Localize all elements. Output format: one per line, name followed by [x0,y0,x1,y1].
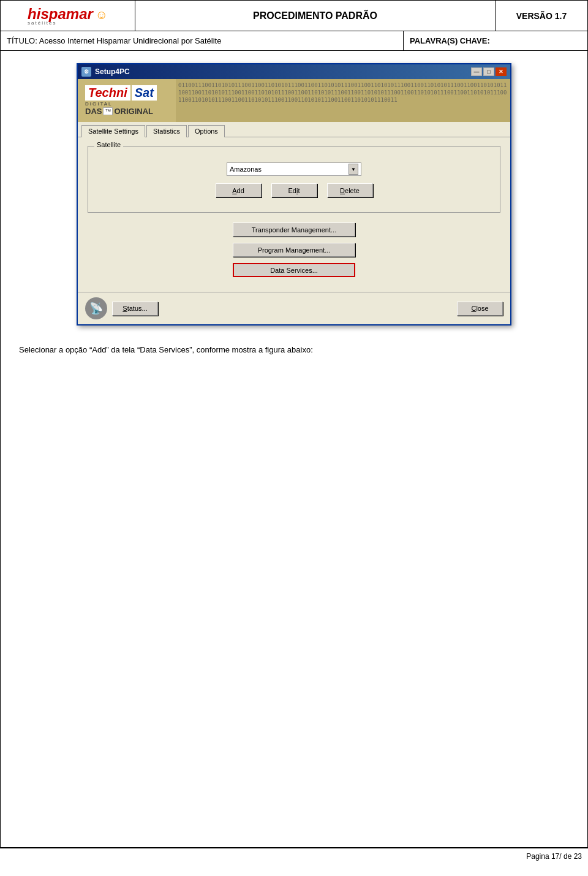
logo-area: hispamar ☺ satélites [1,1,135,31]
technisat-logo: TechniSat DIGITAL DAS ™ ORIGINAL [85,85,157,116]
document-title: PROCEDIMENTO PADRÃO [135,1,496,31]
group-legend: Satellite [94,141,123,148]
technisat-name-row: TechniSat [85,85,157,101]
page-footer: Pagina 17/ de 23 [0,848,588,864]
logo-face-icon: ☺ [95,8,107,21]
minimize-button[interactable]: — [471,67,482,76]
delete-button[interactable]: Delete [327,183,373,197]
technisat-banner: TechniSat DIGITAL DAS ™ ORIGINAL 0110011… [78,79,510,122]
page-number: Pagina 17/ de 23 [526,852,582,861]
tab-options[interactable]: Options [188,125,225,137]
subtitle-row: TÍTULO: Acesso Internet Hispamar Unidire… [0,31,588,51]
satellite-group: Satellite Amazonas ▼ Add Edit [88,146,500,213]
tab-statistics-label: Statistics [153,128,180,135]
das-text: DAS [85,107,102,116]
status-button[interactable]: Status... [112,302,158,316]
keywords-label: PALAVRA(S) CHAVE: [404,31,587,50]
trademark-text: ™ [103,107,113,115]
content-area: ⚙ Setup4PC — □ ✕ TechniSat DIGITAL DAS ™… [0,51,588,848]
logo-block: hispamar ☺ satélites [28,6,108,26]
satellite-action-buttons: Add Edit Delete [98,183,490,197]
logo-text: hispamar [28,6,93,22]
maximize-button[interactable]: □ [483,67,494,76]
transponder-row: Transponder Management... [88,223,500,237]
footer-left: 📡 Status... [85,297,158,319]
techni-text: Techni [85,85,130,101]
tab-satellite-settings-label: Satellite Settings [88,128,138,135]
transponder-label: Transponder Management... [252,226,336,234]
document-subtitle: TÍTULO: Acesso Internet Hispamar Unidire… [1,31,404,50]
delete-label: elete [345,187,360,194]
setup4pc-dialog: ⚙ Setup4PC — □ ✕ TechniSat DIGITAL DAS ™… [77,63,511,326]
dropdown-arrow-icon[interactable]: ▼ [349,164,358,175]
transponder-management-button[interactable]: Transponder Management... [233,223,355,237]
close-button[interactable]: ✕ [496,67,507,76]
title-text: PROCEDIMENTO PADRÃO [253,10,377,21]
dialog-titlebar: ⚙ Setup4PC — □ ✕ [78,64,510,79]
digital-text: DIGITAL [85,101,157,107]
tab-statistics[interactable]: Statistics [146,125,187,137]
page-header: hispamar ☺ satélites PROCEDIMENTO PADRÃO… [0,0,588,31]
close-dialog-button[interactable]: Close [457,302,503,316]
binary-pattern: 0110011100110101011100110011010101110011… [176,79,510,122]
version-label: VERSÃO 1.7 [496,1,587,31]
dialog-icon: ⚙ [81,67,91,77]
tab-bar: Satellite Settings Statistics Options [78,122,510,137]
dialog-title-text: Setup4PC [95,67,130,76]
titlebar-controls[interactable]: — □ ✕ [471,67,507,76]
data-services-row: Data Services... [88,263,500,277]
close-label: lose [476,305,488,312]
program-row: Program Management... [88,243,500,257]
data-services-label: Data Services... [270,267,318,274]
sat-text: Sat [132,85,157,101]
instruction-text: Selecionar a opção “Add” da tela “Data S… [19,344,313,356]
dialog-footer: 📡 Status... Close [78,292,510,324]
titlebar-left: ⚙ Setup4PC [81,67,130,77]
add-label: dd [237,187,244,194]
satellite-dish-icon: 📡 [85,297,107,319]
data-services-button[interactable]: Data Services... [233,263,355,277]
edit-button[interactable]: Edit [271,183,317,197]
tab-options-label: Options [195,128,218,135]
dropdown-value: Amazonas [230,166,262,173]
edit-label: t [298,187,300,194]
das-original-row: DAS ™ ORIGINAL [85,107,157,116]
tab-satellite-settings[interactable]: Satellite Settings [81,125,145,137]
original-text: ORIGINAL [114,107,153,116]
status-label: tatus... [127,305,148,312]
add-button[interactable]: Add [216,183,262,197]
program-management-button[interactable]: Program Management... [233,243,355,257]
program-label: Program Management... [258,246,331,254]
satellite-dropdown[interactable]: Amazonas ▼ [227,162,361,176]
satellite-dropdown-row: Amazonas ▼ [98,162,490,176]
logo-container: hispamar ☺ satélites [28,6,108,26]
dialog-body: Satellite Amazonas ▼ Add Edit [78,137,510,292]
